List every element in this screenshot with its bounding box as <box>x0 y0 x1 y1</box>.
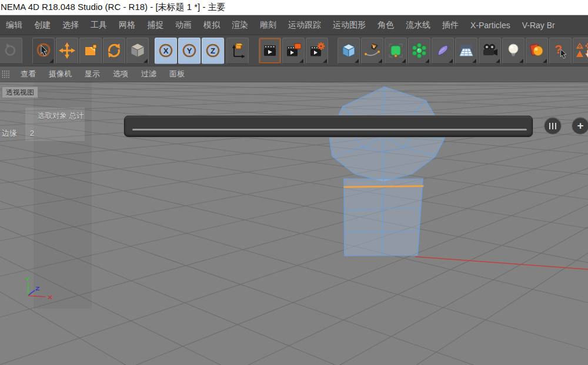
grip-icon <box>555 123 556 129</box>
vp-menu-view[interactable]: 查看 <box>14 69 42 79</box>
vp-menu-panel[interactable]: 面板 <box>163 69 191 79</box>
z-axis-lock-button[interactable]: Z <box>202 38 224 64</box>
menu-edit[interactable]: 编辑 <box>0 20 28 31</box>
menu-vray-bridge[interactable]: V-Ray Br <box>516 21 561 30</box>
plus-icon: + <box>577 120 583 131</box>
move-icon <box>58 42 76 59</box>
z-axis-letter: Z <box>211 46 215 55</box>
menu-x-particles[interactable]: X-Particles <box>465 21 516 30</box>
hud-grip-button[interactable] <box>544 117 562 135</box>
selection-count: 边缘 2 <box>2 128 34 139</box>
x-particles-button[interactable] <box>573 38 588 64</box>
floor-icon <box>457 42 475 59</box>
menu-pipeline[interactable]: 流水线 <box>400 20 436 31</box>
vp-menu-camera[interactable]: 摄像机 <box>42 69 78 79</box>
menu-mesh[interactable]: 网格 <box>113 20 141 31</box>
menu-render[interactable]: 渲染 <box>226 20 254 31</box>
viewport-menu-grip-icon[interactable] <box>1 69 11 79</box>
rotate-icon <box>105 42 123 59</box>
menu-simulate[interactable]: 模拟 <box>198 20 226 31</box>
subdivision-surface-button[interactable] <box>385 38 407 64</box>
help-icon: ? <box>552 42 569 59</box>
undo-button[interactable] <box>0 38 22 64</box>
scale-icon <box>82 42 99 59</box>
world-axes-icon <box>229 42 246 59</box>
main-menu-bar: 编辑 创建 选择 工具 网格 捕捉 动画 模拟 渲染 雕刻 运动跟踪 运动图形 … <box>0 15 588 35</box>
gizmo-y-label: Y <box>25 276 30 282</box>
coordinate-cube-icon <box>129 42 146 59</box>
menu-animate[interactable]: 动画 <box>169 20 198 31</box>
menu-mograph[interactable]: 运动图形 <box>327 20 372 31</box>
grip-icon <box>549 123 550 129</box>
viewport-menu-bar: 查看 摄像机 显示 选项 过滤 面板 <box>0 66 588 82</box>
x-particles-icon <box>575 42 588 59</box>
help-button[interactable]: ? <box>549 38 572 64</box>
scale-tool-button[interactable] <box>79 38 102 64</box>
sky-button[interactable] <box>526 38 548 64</box>
coordinate-system-cube-button[interactable] <box>126 38 149 64</box>
menu-tools[interactable]: 工具 <box>85 20 113 31</box>
spline-pen-icon <box>363 42 381 59</box>
render-view-button[interactable] <box>259 38 281 64</box>
main-toolbar: X Y Z <box>0 35 588 66</box>
render-picture-viewer-icon <box>285 42 302 59</box>
move-tool-button[interactable] <box>56 38 78 64</box>
sky-icon <box>528 42 546 59</box>
array-generator-icon <box>410 42 428 59</box>
undo-icon <box>1 42 18 59</box>
menu-select[interactable]: 选择 <box>56 20 85 31</box>
array-generator-button[interactable] <box>408 38 430 64</box>
camera-button[interactable] <box>479 38 501 64</box>
menu-motion-tracker[interactable]: 运动跟踪 <box>282 20 327 31</box>
spline-pen-button[interactable] <box>361 38 383 64</box>
hud-add-button[interactable]: + <box>572 117 588 135</box>
x-axis-letter: X <box>163 46 169 55</box>
y-axis-letter: Y <box>187 46 192 55</box>
selected-edge[interactable] <box>345 186 423 187</box>
x-axis-lock-button[interactable]: X <box>155 38 177 64</box>
viewport-view-label[interactable]: 透视视图 <box>2 86 38 98</box>
menu-plugins[interactable]: 插件 <box>436 20 465 31</box>
light-icon <box>505 42 522 59</box>
perspective-viewport[interactable]: Y Z X 透视视图 选取对象 总计 边缘 2 + <box>0 82 588 365</box>
z-axis-lock-icon: Z <box>204 42 222 59</box>
selection-count-value: 2 <box>30 129 34 138</box>
title-bar: NEMA 4D R18.048 Studio (RC - R18) - [未标题… <box>0 0 588 15</box>
menu-create[interactable]: 创建 <box>28 20 56 31</box>
vp-menu-options[interactable]: 选项 <box>106 69 135 79</box>
subdivision-surface-icon <box>387 42 405 59</box>
cinema4d-window: NEMA 4D R18.048 Studio (RC - R18) - [未标题… <box>0 0 588 365</box>
rotate-tool-button[interactable] <box>103 38 125 64</box>
hud-slider-bar[interactable] <box>124 116 533 137</box>
y-axis-lock-button[interactable]: Y <box>178 38 201 64</box>
selection-type-label: 边缘 <box>2 129 17 138</box>
deformer-button[interactable] <box>432 38 454 64</box>
menu-sculpt[interactable]: 雕刻 <box>254 20 282 31</box>
live-selection-icon <box>35 42 52 59</box>
live-selection-button[interactable] <box>32 38 55 64</box>
hud-slider-track[interactable] <box>132 129 527 130</box>
render-settings-button[interactable] <box>306 38 328 64</box>
add-cube-button[interactable] <box>338 38 360 64</box>
vp-menu-filter[interactable]: 过滤 <box>135 69 163 79</box>
status-hint-text: 选取对象 总计 <box>38 111 83 121</box>
y-axis-lock-icon: Y <box>181 42 198 59</box>
vp-menu-display[interactable]: 显示 <box>78 69 106 79</box>
render-settings-icon <box>308 42 326 59</box>
grip-icon <box>552 123 553 129</box>
x-axis-lock-icon: X <box>157 42 175 59</box>
coordinate-system-toggle-button[interactable] <box>226 38 249 64</box>
render-picture-viewer-button[interactable] <box>282 38 305 64</box>
menu-character[interactable]: 角色 <box>372 20 400 31</box>
cube-primitive-icon <box>340 42 358 59</box>
deformer-icon <box>434 42 452 59</box>
menu-snap[interactable]: 捕捉 <box>141 20 169 31</box>
render-view-icon <box>261 42 279 59</box>
camera-icon <box>481 42 499 59</box>
light-button[interactable] <box>502 38 524 64</box>
floor-button[interactable] <box>455 38 477 64</box>
window-title: NEMA 4D R18.048 Studio (RC - R18) - [未标题… <box>0 2 226 13</box>
